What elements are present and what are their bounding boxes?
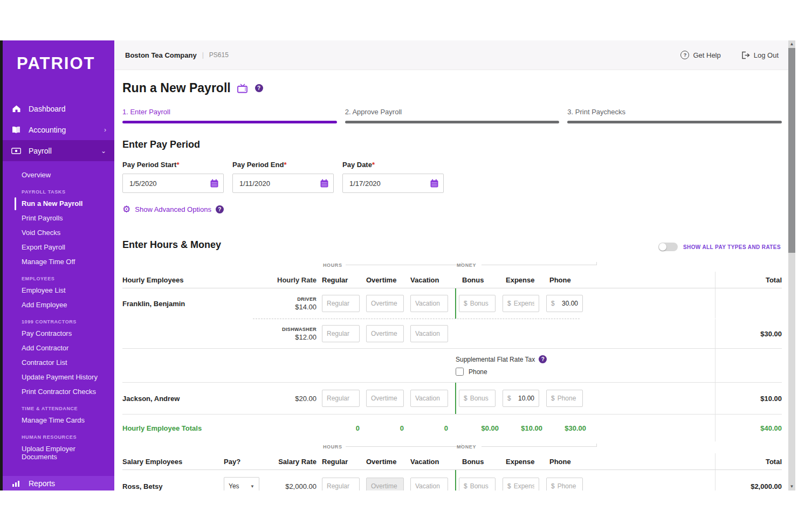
get-help-link[interactable]: Get Help: [680, 51, 720, 59]
column-group-row: HOURS MONEY: [122, 260, 782, 272]
show-advanced-options-link[interactable]: Show Advanced Options: [122, 205, 224, 214]
sidebar-item-label: Accounting: [29, 126, 66, 134]
pay-period-end-input[interactable]: [239, 179, 320, 188]
pay-period-end-field: Pay Period End*: [232, 161, 334, 193]
bonus-input-box: $: [459, 295, 496, 312]
phone-input[interactable]: [558, 300, 578, 307]
advanced-options-help-icon[interactable]: [216, 205, 224, 213]
phone-input[interactable]: [558, 395, 578, 402]
vertical-scrollbar[interactable]: ▲ ▼: [788, 40, 795, 490]
calendar-icon[interactable]: [320, 179, 328, 188]
sidebar-item-void-checks[interactable]: Void Checks: [22, 225, 108, 240]
hours-group-label: HOURS: [323, 444, 342, 450]
row-total-cell: [715, 349, 782, 382]
sidebar-item-run-a-new-payroll[interactable]: Run a New Payroll: [22, 196, 108, 211]
show-all-pay-types-toggle-row[interactable]: SHOW ALL PAY TYPES AND RATES: [658, 243, 781, 251]
regular-hours-input[interactable]: [322, 295, 360, 312]
regular-hours-input[interactable]: [322, 478, 360, 490]
advanced-options-label: Show Advanced Options: [135, 205, 211, 213]
sidebar-item-manage-time-off[interactable]: Manage Time Off: [22, 254, 108, 269]
supplemental-phone-checkbox-row: Phone: [456, 368, 547, 376]
dollar-prefix: $: [507, 395, 511, 402]
sidebar-item-dashboard[interactable]: Dashboard: [3, 98, 114, 119]
regular-hours-input[interactable]: [322, 390, 360, 407]
vacation-hours-input[interactable]: [410, 478, 448, 490]
phone-checkbox[interactable]: [456, 368, 464, 376]
sidebar-item-export-payroll[interactable]: Export Payroll: [22, 240, 108, 254]
pay-period-fields: Pay Period Start* Pay Period End*: [122, 161, 452, 193]
expense-input[interactable]: [514, 395, 534, 402]
phone-checkbox-label: Phone: [469, 368, 487, 376]
bonus-input[interactable]: [470, 300, 491, 307]
sidebar-item-reports[interactable]: Reports: [3, 476, 114, 490]
book-icon: [11, 126, 22, 134]
pay-date-input[interactable]: [349, 179, 430, 188]
regular-hours-input[interactable]: [322, 325, 360, 342]
bonus-input[interactable]: [470, 482, 491, 490]
phone-input[interactable]: [558, 482, 578, 490]
step-approve-payroll[interactable]: 2. Approve Payroll: [345, 108, 560, 123]
vacation-hours-input[interactable]: [410, 325, 448, 342]
scroll-up-arrow[interactable]: ▲: [788, 40, 795, 47]
pay-date-field: Pay Date*: [342, 161, 444, 193]
position-rate: $12.00: [251, 333, 317, 341]
position-rate-cell: DRIVER $14.00: [251, 296, 317, 311]
sidebar-item-update-payment-history[interactable]: Update Payment History: [22, 370, 108, 384]
col-phone: Phone: [549, 276, 586, 284]
money-inputs: $ $ $: [455, 383, 590, 414]
sidebar-item-upload-employer-documents[interactable]: Upload Employer Documents: [22, 441, 108, 464]
pay-period-start-input-box: [122, 174, 224, 193]
hourly-header-row: Hourly Employees Hourly Rate Regular Ove…: [122, 272, 782, 288]
overtime-hours-input[interactable]: [366, 295, 404, 312]
required-asterisk: *: [284, 161, 286, 169]
sidebar-item-print-contractor-checks[interactable]: Print Contractor Checks: [22, 384, 108, 399]
vacation-hours-input[interactable]: [410, 295, 448, 312]
calendar-icon[interactable]: [430, 179, 438, 188]
required-asterisk: *: [176, 161, 179, 169]
money-group-line: [481, 262, 597, 265]
hourly-employees-table: HOURS MONEY Hourly Employees Hourly Rate…: [122, 260, 782, 490]
toggle-label: SHOW ALL PAY TYPES AND RATES: [683, 244, 781, 250]
expense-input[interactable]: [514, 300, 534, 307]
sidebar-item-print-payrolls[interactable]: Print Payrolls: [22, 211, 108, 225]
bonus-input[interactable]: [470, 395, 491, 402]
required-asterisk: *: [372, 161, 375, 169]
step-print-paychecks[interactable]: 3. Print Paychecks: [567, 108, 782, 123]
sidebar-item-contractor-list[interactable]: Contractor List: [22, 355, 108, 370]
expense-input-box: $: [503, 390, 539, 407]
sidebar-item-employee-list[interactable]: Employee List: [22, 283, 108, 298]
pay-select[interactable]: Yes ▼: [224, 477, 259, 490]
calendar-icon[interactable]: [210, 179, 218, 188]
log-out-link[interactable]: Log Out: [741, 51, 779, 59]
sidebar-item-add-employee[interactable]: Add Employee: [22, 298, 108, 312]
col-overtime: Overtime: [366, 276, 404, 284]
scrollbar-thumb[interactable]: [788, 48, 795, 253]
sidebar-item-add-contractor[interactable]: Add Contractor: [22, 341, 108, 355]
logout-icon: [741, 51, 750, 59]
app-window: PATRIOT Dashboard Accounting ›: [0, 40, 798, 490]
hours-header-cols: Regular Overtime Vacation: [322, 458, 455, 466]
col-bonus: Bonus: [462, 276, 499, 284]
hours-group-label: HOURS: [323, 262, 342, 268]
overtime-hours-input[interactable]: [366, 478, 404, 490]
sidebar-item-overview[interactable]: Overview: [22, 168, 108, 182]
sidebar-item-payroll[interactable]: Payroll ⌄: [3, 140, 114, 161]
sidebar-item-manage-time-cards[interactable]: Manage Time Cards: [22, 413, 108, 427]
pay-period-start-input[interactable]: [129, 179, 210, 188]
employee-row-jackson: Jackson, Andrew $20.00 $ $ $ $10.00: [122, 383, 782, 414]
video-tutorial-icon[interactable]: [237, 84, 249, 93]
title-help-icon[interactable]: [255, 84, 263, 92]
expense-input[interactable]: [514, 482, 534, 490]
step-bar: [122, 121, 337, 123]
sidebar-item-accounting[interactable]: Accounting ›: [3, 119, 114, 140]
log-out-label: Log Out: [754, 51, 779, 59]
toggle-switch[interactable]: [658, 243, 678, 251]
overtime-hours-input[interactable]: [366, 325, 404, 342]
sidebar-item-pay-contractors[interactable]: Pay Contractors: [22, 326, 108, 341]
scroll-down-arrow[interactable]: ▼: [788, 483, 795, 490]
step-enter-payroll[interactable]: 1. Enter Payroll: [122, 108, 337, 123]
vacation-hours-input[interactable]: [410, 390, 448, 407]
supplemental-help-icon[interactable]: [539, 355, 547, 363]
supplemental-label-row: Supplemental Flat Rate Tax: [456, 355, 547, 363]
overtime-hours-input[interactable]: [366, 390, 404, 407]
